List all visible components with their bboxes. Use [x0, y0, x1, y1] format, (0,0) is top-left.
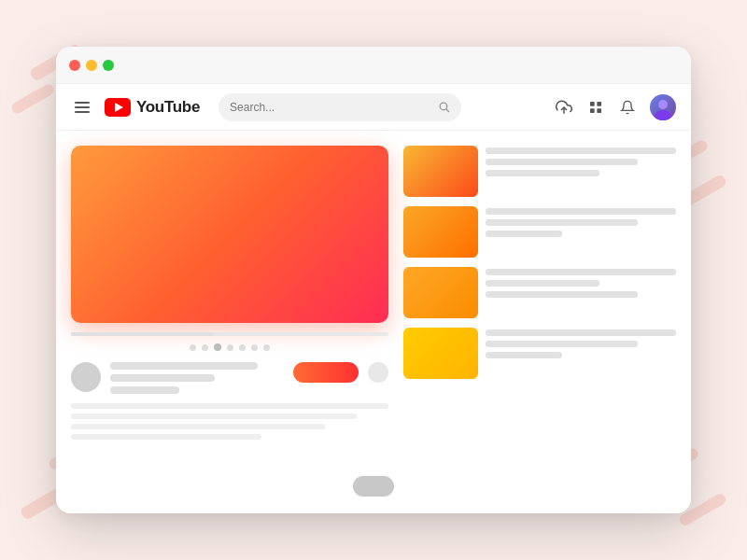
description-area [71, 403, 388, 440]
channel-name-line [110, 374, 215, 382]
rec-channel-line [486, 219, 638, 226]
youtube-icon [105, 98, 131, 117]
channel-avatar[interactable] [71, 362, 101, 392]
rec-title-line [486, 208, 676, 215]
scrollbar-handle[interactable] [353, 476, 394, 497]
rec-stats-line [486, 170, 599, 176]
nav-actions [555, 94, 676, 120]
maximize-button[interactable] [103, 60, 114, 71]
rec-thumbnail-3 [403, 267, 478, 318]
dot-indicator-active [214, 343, 221, 351]
dot-indicator [190, 344, 196, 351]
video-meta [110, 362, 284, 394]
desc-line-2 [71, 413, 357, 419]
rec-meta-4 [486, 328, 676, 358]
recommended-item-1[interactable] [403, 146, 676, 197]
rec-channel-line [486, 341, 638, 347]
search-input[interactable] [230, 101, 430, 114]
rec-thumbnail-1 [403, 146, 478, 197]
rec-channel-line [486, 280, 599, 287]
svg-rect-3 [590, 102, 595, 106]
dot-indicator [239, 344, 246, 351]
upload-button[interactable] [555, 98, 573, 117]
svg-point-7 [658, 100, 668, 109]
recommended-item-3[interactable] [403, 267, 676, 318]
rec-meta-2 [486, 206, 676, 237]
brand-name: YouTube [136, 98, 200, 117]
rec-meta-1 [486, 146, 676, 176]
menu-button[interactable] [71, 98, 93, 117]
rec-title-line [486, 147, 676, 154]
recommended-item-4[interactable] [403, 328, 676, 379]
grid-button[interactable] [586, 98, 605, 117]
progress-bar-fill [71, 332, 214, 336]
minimize-button[interactable] [86, 60, 97, 71]
dot-indicator [227, 344, 233, 351]
bell-button[interactable] [618, 98, 637, 117]
svg-point-0 [440, 103, 447, 110]
title-bar [56, 47, 691, 84]
dot-indicator [263, 344, 270, 351]
rec-stats-line [486, 291, 638, 298]
main-content [56, 131, 691, 513]
rec-title-line [486, 329, 676, 336]
search-icon [438, 101, 450, 113]
browser-window: YouTube [56, 47, 691, 513]
desc-line-4 [71, 434, 261, 440]
search-bar[interactable] [218, 93, 461, 121]
rec-meta-3 [486, 267, 676, 298]
rec-channel-line [486, 159, 638, 165]
rec-thumbnail-2 [403, 206, 478, 258]
video-title-line [110, 362, 258, 370]
svg-line-1 [446, 109, 449, 112]
rec-thumbnail-4 [403, 328, 478, 379]
dots-row [71, 342, 388, 353]
svg-rect-6 [597, 108, 601, 113]
dot-indicator [202, 344, 208, 351]
video-stats-line [110, 386, 179, 394]
left-panel [71, 146, 388, 498]
svg-point-8 [655, 110, 671, 120]
youtube-logo: YouTube [105, 98, 200, 117]
close-button[interactable] [69, 60, 80, 71]
desc-line-1 [71, 403, 388, 409]
svg-rect-5 [590, 108, 595, 113]
user-avatar[interactable] [650, 94, 676, 120]
dot-indicator [251, 344, 258, 351]
subscribe-button[interactable] [293, 362, 359, 383]
video-player[interactable] [71, 146, 388, 323]
player-controls [71, 332, 388, 353]
svg-rect-4 [597, 102, 601, 106]
navbar: YouTube [56, 84, 691, 131]
progress-bar-track[interactable] [71, 332, 388, 336]
rec-stats-line [486, 231, 562, 237]
recommended-item-2[interactable] [403, 206, 676, 258]
desc-line-3 [71, 424, 325, 429]
rec-stats-line [486, 352, 562, 358]
right-panel [403, 146, 676, 498]
video-info-row [71, 362, 388, 394]
traffic-lights [69, 60, 114, 71]
like-button[interactable] [368, 362, 388, 383]
rec-title-line [486, 269, 676, 275]
